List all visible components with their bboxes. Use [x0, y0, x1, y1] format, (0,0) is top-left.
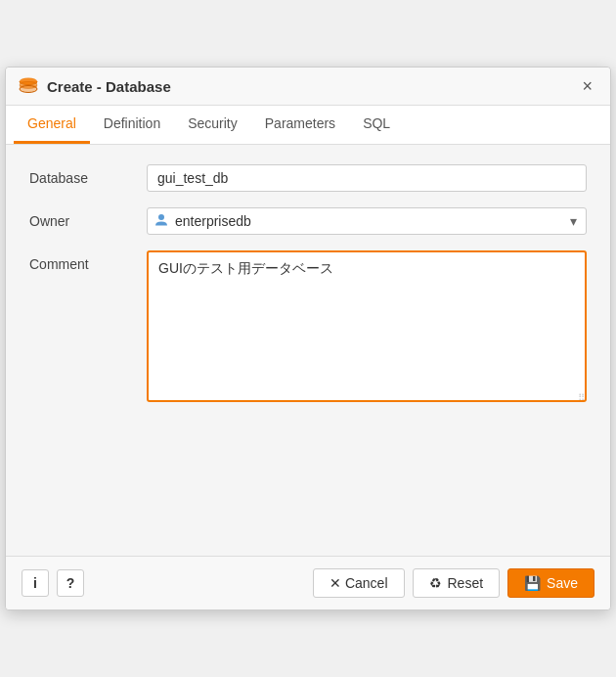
- cancel-button[interactable]: ✕ Cancel: [313, 568, 404, 598]
- owner-field: enterprisedb ▾: [147, 207, 587, 235]
- owner-label: Owner: [29, 207, 147, 229]
- tab-parameters[interactable]: Parameters: [251, 106, 349, 144]
- footer-right: ✕ Cancel ♻ Reset 💾 Save: [313, 568, 594, 598]
- database-field: [147, 164, 587, 192]
- database-label: Database: [29, 164, 147, 186]
- info-button[interactable]: i: [22, 569, 49, 597]
- comment-field: GUIのテスト用データベース ⠿: [147, 250, 587, 405]
- create-database-dialog: Create - Database × General Definition S…: [5, 67, 611, 610]
- close-button[interactable]: ×: [576, 75, 598, 97]
- comment-row: Comment GUIのテスト用データベース ⠿: [29, 250, 587, 405]
- footer-left: i ?: [22, 569, 84, 597]
- dialog-footer: i ? ✕ Cancel ♻ Reset 💾 Save: [6, 556, 610, 609]
- save-button[interactable]: 💾 Save: [507, 568, 594, 598]
- reset-button[interactable]: ♻ Reset: [413, 568, 501, 598]
- comment-label: Comment: [29, 250, 147, 272]
- comment-input[interactable]: GUIのテスト用データベース: [147, 250, 587, 402]
- database-input[interactable]: [147, 164, 587, 192]
- save-icon: 💾: [524, 575, 541, 591]
- dialog-body: Database Owner enterprisedb: [6, 145, 610, 556]
- tab-definition[interactable]: Definition: [90, 106, 174, 144]
- owner-select[interactable]: enterprisedb: [147, 207, 587, 235]
- reset-icon: ♻: [429, 575, 442, 591]
- dialog-title: Create - Database: [47, 78, 171, 95]
- database-icon: [18, 75, 39, 97]
- tab-bar: General Definition Security Parameters S…: [6, 106, 610, 145]
- reset-label: Reset: [448, 575, 484, 591]
- owner-row: Owner enterprisedb ▾: [29, 207, 587, 235]
- owner-select-wrapper: enterprisedb ▾: [147, 207, 587, 235]
- tab-security[interactable]: Security: [174, 106, 251, 144]
- database-row: Database: [29, 164, 587, 192]
- tab-general[interactable]: General: [14, 106, 90, 144]
- dialog-header: Create - Database ×: [6, 68, 610, 106]
- save-label: Save: [547, 575, 578, 591]
- tab-sql[interactable]: SQL: [349, 106, 404, 144]
- help-button[interactable]: ?: [57, 569, 84, 597]
- dialog-title-area: Create - Database: [18, 75, 171, 97]
